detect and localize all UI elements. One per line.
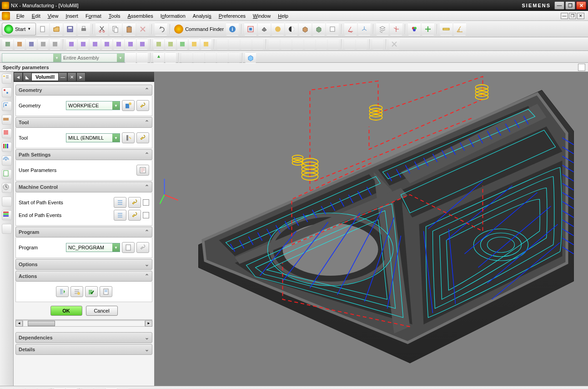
sel-btn-3[interactable] bbox=[153, 52, 164, 63]
cam-btn-2[interactable] bbox=[14, 39, 25, 50]
res-more[interactable] bbox=[2, 224, 12, 234]
section-machine-header[interactable]: Machine Control⌃ bbox=[15, 182, 152, 192]
section-dependencies-header[interactable]: Dependencies⌄ bbox=[15, 332, 152, 343]
action-replay-button[interactable] bbox=[70, 286, 83, 297]
start-button[interactable]: Start ▼ bbox=[2, 23, 36, 35]
cam-btn-12[interactable] bbox=[137, 39, 148, 50]
sel-btn-10[interactable] bbox=[245, 52, 256, 63]
section-geometry-header[interactable]: Geometry⌃ bbox=[15, 85, 152, 96]
cam-btn-25[interactable] bbox=[304, 39, 315, 50]
cam-btn-17[interactable] bbox=[201, 39, 211, 50]
cam-btn-14[interactable] bbox=[165, 39, 176, 50]
cube1-button[interactable] bbox=[299, 23, 312, 35]
program-combo[interactable]: NC_PROGRAM▼ bbox=[66, 243, 120, 252]
res-library[interactable] bbox=[2, 142, 12, 152]
section-program-header[interactable]: Program⌃ bbox=[15, 227, 152, 237]
cam-btn-29[interactable] bbox=[356, 39, 367, 50]
geometry-wrench-button[interactable] bbox=[136, 100, 149, 111]
measure-button[interactable] bbox=[440, 23, 452, 35]
sel-btn-1[interactable] bbox=[125, 52, 136, 63]
menu-edit[interactable]: Edit bbox=[28, 12, 44, 20]
program-new-button[interactable] bbox=[122, 242, 135, 253]
menu-preferences[interactable]: Preferences bbox=[215, 12, 249, 20]
btm-btn-7[interactable] bbox=[118, 388, 129, 389]
move-button[interactable] bbox=[422, 23, 434, 35]
menu-file[interactable]: File bbox=[13, 12, 28, 20]
tool-new-button[interactable] bbox=[122, 132, 135, 143]
axis-button[interactable] bbox=[390, 23, 402, 35]
res-history[interactable] bbox=[2, 183, 12, 193]
print-button[interactable] bbox=[77, 23, 90, 35]
res-navigator[interactable] bbox=[2, 74, 12, 84]
res-broadcast[interactable] bbox=[2, 156, 12, 166]
action-list-button[interactable] bbox=[100, 286, 112, 297]
cam-btn-6[interactable] bbox=[66, 39, 77, 50]
start-events-list-button[interactable] bbox=[114, 197, 126, 208]
sel-btn-9[interactable] bbox=[229, 52, 240, 63]
cam-btn-10[interactable] bbox=[113, 39, 124, 50]
close-button[interactable]: ✕ bbox=[576, 1, 586, 10]
assembly-combo[interactable]: Entire Assembly▼ bbox=[61, 53, 125, 62]
cam-btn-15[interactable] bbox=[177, 39, 188, 50]
section-tool-header[interactable]: Tool⌃ bbox=[15, 117, 152, 128]
csys-button[interactable] bbox=[358, 23, 371, 35]
cam-btn-11[interactable] bbox=[125, 39, 136, 50]
btm-btn-1[interactable] bbox=[2, 388, 13, 389]
menu-help[interactable]: Help bbox=[274, 12, 292, 20]
open-button[interactable] bbox=[50, 23, 63, 35]
tool-wrench-button[interactable] bbox=[136, 132, 149, 143]
ok-button[interactable]: OK bbox=[50, 306, 82, 316]
geometry-edit-button[interactable] bbox=[122, 100, 135, 111]
hscroll-thumb[interactable] bbox=[28, 321, 55, 326]
save-button[interactable] bbox=[64, 23, 76, 35]
panel-collapse-button[interactable]: — bbox=[58, 72, 67, 81]
sel-btn-4[interactable] bbox=[165, 52, 176, 63]
start-events-checkbox[interactable] bbox=[143, 199, 149, 206]
cam-btn-26[interactable] bbox=[316, 39, 327, 50]
wcs-button[interactable] bbox=[344, 23, 357, 35]
section-path-header[interactable]: Path Settings⌃ bbox=[15, 149, 152, 160]
cam-btn-18[interactable] bbox=[217, 39, 228, 50]
res-geometry[interactable] bbox=[2, 128, 12, 138]
sel-btn-6[interactable] bbox=[193, 52, 204, 63]
cam-btn-28[interactable] bbox=[344, 39, 355, 50]
section-options-header[interactable]: Options⌄ bbox=[15, 259, 152, 270]
menu-view[interactable]: View bbox=[44, 12, 62, 20]
cut-button[interactable] bbox=[95, 23, 108, 35]
fit-button[interactable] bbox=[244, 23, 257, 35]
cam-btn-16[interactable] bbox=[189, 39, 200, 50]
hscroll-left[interactable]: ◄ bbox=[15, 320, 23, 327]
cam-btn-delete[interactable] bbox=[389, 39, 400, 50]
panel-next-button[interactable]: ► bbox=[76, 72, 85, 81]
cam-btn-8[interactable] bbox=[90, 39, 101, 50]
shaded-button[interactable] bbox=[271, 23, 284, 35]
cam-btn-22[interactable] bbox=[269, 39, 280, 50]
sel-btn-2[interactable] bbox=[137, 52, 148, 63]
cancel-button[interactable]: Cancel bbox=[86, 306, 118, 316]
color-button[interactable] bbox=[408, 23, 421, 35]
cam-btn-21[interactable] bbox=[252, 39, 263, 50]
panel-hscroll[interactable]: ◄ ► bbox=[15, 319, 152, 327]
panel-prev-button[interactable]: ◄ bbox=[14, 72, 23, 81]
res-machine[interactable] bbox=[2, 115, 12, 125]
menu-window[interactable]: Window bbox=[249, 12, 274, 20]
panel-pin-button[interactable]: ◣ bbox=[23, 72, 32, 81]
cam-btn-1[interactable] bbox=[2, 39, 13, 50]
btm-btn-3[interactable] bbox=[26, 388, 37, 389]
start-events-wrench-button[interactable] bbox=[128, 197, 141, 208]
menu-insert[interactable]: Insert bbox=[62, 12, 82, 20]
btm-btn-solid[interactable] bbox=[106, 388, 117, 389]
render-button[interactable] bbox=[285, 23, 298, 35]
btm-btn-6[interactable] bbox=[94, 388, 105, 389]
res-assembly[interactable] bbox=[2, 87, 12, 97]
cube2-button[interactable] bbox=[312, 23, 325, 35]
undo-button[interactable] bbox=[155, 23, 167, 35]
sel-btn-7[interactable] bbox=[205, 52, 216, 63]
3d-viewport[interactable] bbox=[155, 72, 588, 386]
tool-combo[interactable]: MILL (ENDMILL▼ bbox=[66, 133, 120, 142]
user-params-button[interactable] bbox=[136, 165, 149, 176]
section-details-header[interactable]: Details⌄ bbox=[15, 344, 152, 355]
hscroll-right[interactable]: ► bbox=[145, 320, 152, 327]
command-finder[interactable]: Command Finder bbox=[172, 25, 226, 34]
btm-btn-4[interactable] bbox=[38, 388, 49, 389]
